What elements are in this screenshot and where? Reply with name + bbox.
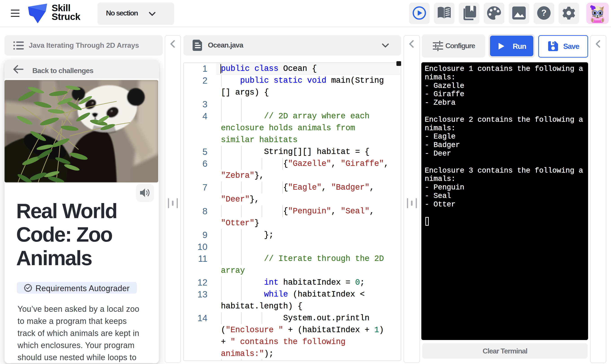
svg-text:?: ?: [541, 8, 546, 17]
